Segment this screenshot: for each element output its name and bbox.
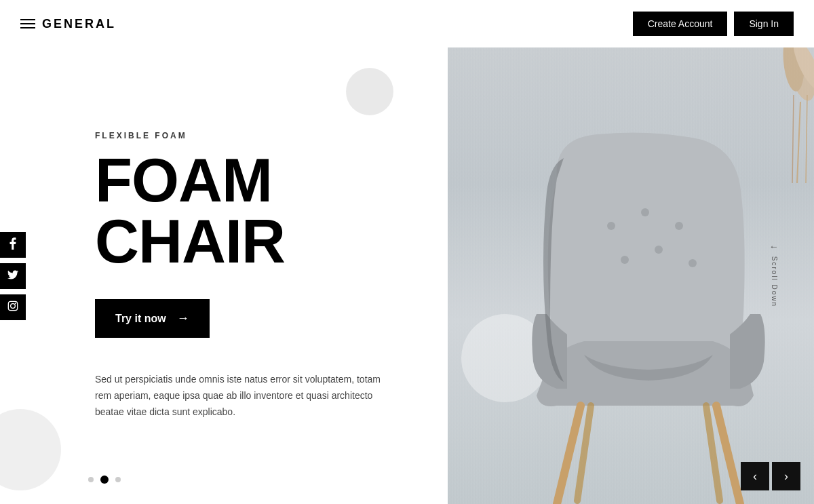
brand-name: GENERAL xyxy=(42,17,116,31)
product-title: FOAM CHAIR xyxy=(95,150,407,272)
svg-rect-0 xyxy=(8,301,17,310)
svg-point-12 xyxy=(621,256,629,264)
scroll-arrow-icon: ↓ xyxy=(769,244,780,250)
try-it-now-button[interactable]: Try it now → xyxy=(95,299,210,338)
svg-line-7 xyxy=(792,95,794,183)
prev-arrow-button[interactable]: ‹ xyxy=(741,462,769,490)
nav-left: GENERAL xyxy=(20,17,116,31)
create-account-button[interactable]: Create Account xyxy=(633,12,728,36)
pagination-dots xyxy=(88,476,121,484)
facebook-icon[interactable] xyxy=(0,232,26,258)
svg-point-1 xyxy=(11,304,16,309)
svg-point-13 xyxy=(655,246,663,254)
arrow-right-icon: → xyxy=(177,311,189,326)
product-description: Sed ut perspiciatis unde omnis iste natu… xyxy=(95,372,387,420)
sign-in-button[interactable]: Sign In xyxy=(734,12,794,36)
product-subtitle: FLEXIBLE FOAM xyxy=(95,131,407,140)
dot-3[interactable] xyxy=(115,477,121,482)
scroll-indicator: ↓ Scroll Down xyxy=(769,244,780,307)
social-icons xyxy=(0,232,26,320)
menu-icon[interactable] xyxy=(20,19,35,28)
twitter-icon[interactable] xyxy=(0,263,26,289)
dot-1[interactable] xyxy=(88,477,94,482)
try-btn-label: Try it now xyxy=(115,313,166,325)
decorative-circle-bottom xyxy=(0,409,61,490)
hero-right: ↓ Scroll Down ‹ › xyxy=(448,47,814,504)
chair-image xyxy=(503,124,788,504)
svg-point-2 xyxy=(15,303,16,304)
carousel-nav-arrows: ‹ › xyxy=(741,462,800,490)
decorative-circle-top xyxy=(346,68,393,115)
dot-2[interactable] xyxy=(100,476,109,484)
nav-right: Create Account Sign In xyxy=(633,12,794,36)
scroll-label: Scroll Down xyxy=(771,256,778,307)
svg-line-8 xyxy=(806,95,807,183)
svg-point-10 xyxy=(641,208,649,216)
facebook-label xyxy=(9,237,16,252)
navbar: GENERAL Create Account Sign In xyxy=(0,0,814,47)
hero-left: FLEXIBLE FOAM FOAM CHAIR Try it now → Se… xyxy=(0,47,448,504)
svg-line-6 xyxy=(797,102,800,183)
next-arrow-button[interactable]: › xyxy=(772,462,800,490)
svg-point-9 xyxy=(607,222,615,230)
twitter-label xyxy=(7,270,18,282)
svg-point-11 xyxy=(675,222,683,230)
instagram-label xyxy=(7,301,18,313)
hero-section: FLEXIBLE FOAM FOAM CHAIR Try it now → Se… xyxy=(0,47,814,504)
svg-point-14 xyxy=(689,259,697,267)
instagram-icon[interactable] xyxy=(0,294,26,320)
